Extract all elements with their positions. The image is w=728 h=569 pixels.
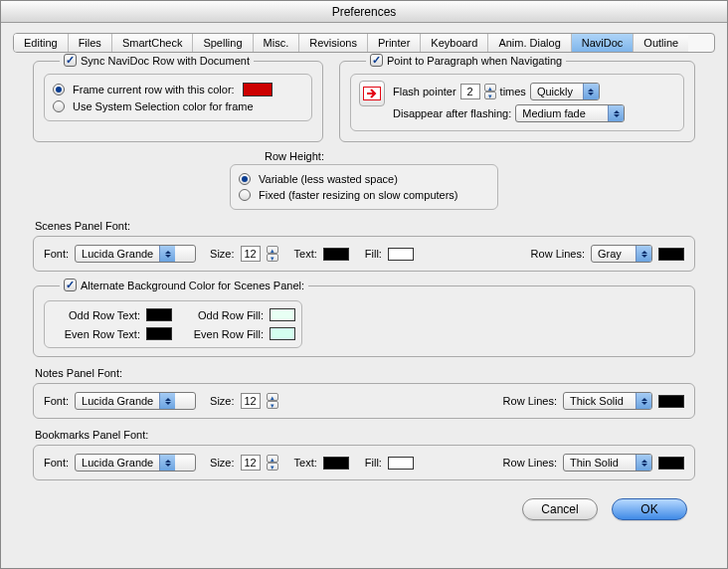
bookmarks-font-combo[interactable]: Lucida Grande — [75, 454, 196, 472]
tabs-bar: EditingFilesSmartCheckSpellingMisc.Revis… — [13, 33, 715, 53]
point-title: Point to Paragraph when Navigating — [387, 55, 562, 67]
even-fill-swatch[interactable] — [270, 327, 295, 340]
frame-color-swatch[interactable] — [243, 83, 273, 96]
bookmarks-label: Bookmarks Panel Font: — [35, 429, 695, 441]
tab-misc-[interactable]: Misc. — [254, 34, 300, 52]
scenes-label: Scenes Panel Font: — [35, 220, 695, 232]
scenes-rowlines-combo[interactable]: Gray — [591, 245, 652, 263]
row-height-variable[interactable]: Variable (less wasted space) — [239, 171, 489, 187]
notes-font-combo[interactable]: Lucida Grande — [75, 392, 196, 410]
bookmarks-rowlines-swatch[interactable] — [658, 457, 684, 470]
ok-button[interactable]: OK — [612, 498, 687, 520]
tab-files[interactable]: Files — [69, 34, 112, 52]
tab-anim-dialog[interactable]: Anim. Dialog — [488, 34, 571, 52]
row-height-label: Row Height: — [265, 150, 324, 162]
sync-checkbox[interactable] — [64, 54, 77, 67]
cancel-button[interactable]: Cancel — [522, 498, 598, 520]
sync-fieldset: Sync NaviDoc Row with Document Frame cur… — [33, 61, 323, 142]
point-checkbox[interactable] — [370, 54, 383, 67]
preferences-window: Preferences EditingFilesSmartCheckSpelli… — [0, 0, 728, 569]
scenes-rowlines-swatch[interactable] — [658, 248, 684, 261]
notes-rowlines-swatch[interactable] — [658, 395, 684, 408]
system-color-option[interactable]: Use System Selection color for frame — [53, 98, 303, 114]
fade-combo[interactable]: Medium fade — [515, 104, 625, 122]
point-fieldset: Point to Paragraph when Navigating Flash… — [339, 61, 695, 142]
tab-navidoc[interactable]: NaviDoc — [572, 34, 635, 52]
alt-bg-fieldset: Alternate Background Color for Scenes Pa… — [33, 285, 695, 357]
scenes-size-stepper[interactable]: ▴▾ — [267, 246, 278, 262]
sync-title: Sync NaviDoc Row with Document — [81, 55, 250, 67]
window-title: Preferences — [1, 1, 727, 23]
notes-size-stepper[interactable]: ▴▾ — [267, 393, 278, 409]
bookmarks-rowlines-combo[interactable]: Thin Solid — [563, 454, 652, 472]
scenes-text-swatch[interactable] — [323, 248, 349, 261]
flash-speed-combo[interactable]: Quickly — [530, 83, 600, 100]
tab-smartcheck[interactable]: SmartCheck — [112, 34, 194, 52]
notes-panel: Font: Lucida Grande Size: 12 ▴▾ Row Line… — [33, 383, 695, 419]
bookmarks-panel: Font: Lucida Grande Size: 12 ▴▾ Text: Fi… — [33, 445, 695, 480]
even-text-swatch[interactable] — [146, 327, 172, 340]
alt-bg-checkbox[interactable] — [64, 279, 77, 291]
tab-keyboard[interactable]: Keyboard — [421, 34, 488, 52]
bookmarks-size-input[interactable]: 12 — [241, 455, 261, 471]
bookmarks-fill-swatch[interactable] — [388, 457, 414, 470]
row-height-fixed[interactable]: Fixed (faster resizing on slow computers… — [239, 187, 489, 203]
fixed-radio[interactable] — [239, 189, 251, 201]
bookmarks-size-stepper[interactable]: ▴▾ — [267, 455, 278, 471]
scenes-font-combo[interactable]: Lucida Grande — [75, 245, 196, 263]
scenes-size-input[interactable]: 12 — [241, 246, 261, 262]
system-color-radio[interactable] — [53, 100, 65, 112]
tab-outline[interactable]: Outline — [634, 34, 688, 52]
notes-label: Notes Panel Font: — [35, 367, 695, 379]
flash-count-stepper[interactable]: ▴▾ — [484, 84, 496, 99]
arrow-right-icon — [363, 87, 381, 100]
bookmarks-text-swatch[interactable] — [323, 457, 349, 470]
tab-editing[interactable]: Editing — [14, 34, 69, 52]
tab-revisions[interactable]: Revisions — [299, 34, 368, 52]
odd-text-swatch[interactable] — [146, 308, 172, 321]
odd-fill-swatch[interactable] — [270, 308, 295, 321]
flash-count-input[interactable]: 2 — [460, 84, 480, 99]
alt-bg-title: Alternate Background Color for Scenes Pa… — [81, 280, 304, 291]
frame-color-option[interactable]: Frame current row with this color: — [53, 81, 303, 98]
scenes-fill-swatch[interactable] — [388, 248, 414, 261]
frame-color-radio[interactable] — [53, 84, 65, 95]
variable-radio[interactable] — [239, 173, 251, 185]
tab-spelling[interactable]: Spelling — [193, 34, 253, 52]
tab-printer[interactable]: Printer — [368, 34, 421, 52]
pointer-icon-button[interactable] — [359, 81, 385, 106]
scenes-panel: Font: Lucida Grande Size: 12 ▴▾ Text: Fi… — [33, 236, 695, 272]
notes-size-input[interactable]: 12 — [241, 393, 261, 409]
notes-rowlines-combo[interactable]: Thick Solid — [563, 392, 652, 410]
